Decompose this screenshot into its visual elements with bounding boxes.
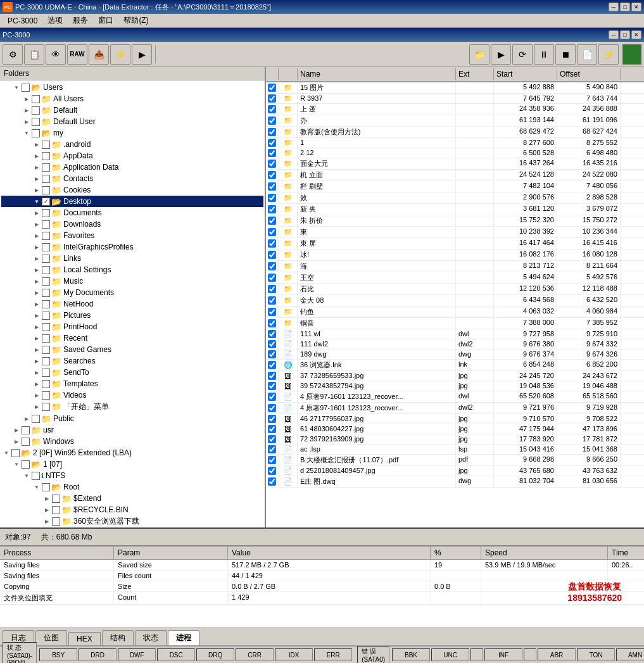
file-checkbox[interactable] [266,414,279,424]
toolbar-eye-btn[interactable]: 👁 [46,44,66,65]
tree-checkbox[interactable] [42,243,50,251]
file-row[interactable]: 📄4 原著97-1601 123123_recover...dwl65 520 … [266,391,644,403]
file-checkbox[interactable] [266,381,279,391]
tab-结构[interactable]: 结构 [102,630,134,645]
file-checkbox[interactable] [266,181,279,192]
file-row[interactable]: 📁办61 193 14461 191 096 [266,115,644,127]
toolbar-raw-btn[interactable]: RAW [67,44,87,65]
tree-expand-btn[interactable]: ▼ [32,196,42,206]
file-checkbox[interactable] [266,424,279,434]
tab-HEX[interactable]: HEX [68,632,101,645]
tree-expand-btn[interactable]: ▶ [42,517,52,527]
tree-expand-btn[interactable]: ▶ [42,505,52,515]
tree-item[interactable]: ▶📁Default User [1,116,263,127]
tree-checkbox[interactable] [22,84,30,92]
sub-title-buttons[interactable]: ─ □ ✕ [609,30,641,39]
tree-expand-btn[interactable]: ▶ [32,402,42,412]
tab-状态[interactable]: 状态 [135,630,167,645]
tree-checkbox[interactable] [42,175,50,183]
tree-checkbox[interactable] [42,220,50,229]
tree-checkbox[interactable] [32,106,40,115]
file-checkbox[interactable] [266,455,279,465]
tree-checkbox[interactable] [42,357,50,365]
toolbar-stop-btn[interactable]: ⏹ [555,44,576,65]
tree-item[interactable]: ▼📂Desktop [1,196,263,207]
tree-expand-btn[interactable]: ▼ [22,470,32,481]
tree-checkbox[interactable] [42,163,50,172]
tree-expand-btn[interactable]: ▼ [32,482,42,492]
minimize-button[interactable]: ─ [609,3,619,11]
tree-expand-btn[interactable]: ▶ [32,299,42,309]
file-checkbox[interactable] [266,204,279,215]
tree-checkbox[interactable] [32,118,40,126]
file-checkbox[interactable] [266,238,279,249]
tree-checkbox[interactable] [42,323,50,331]
tree-item[interactable]: ▶📁Public [1,413,263,424]
tree-expand-btn[interactable]: ▶ [32,174,42,184]
tree-expand-btn[interactable]: ▶ [32,276,42,286]
col-start[interactable]: Start [494,68,557,80]
tree-expand-btn[interactable]: ▶ [32,310,42,320]
tree-checkbox[interactable] [42,209,50,217]
menu-window[interactable]: 窗口 [93,14,118,27]
tree-checkbox[interactable] [42,380,50,388]
tree-expand-btn[interactable]: ▶ [22,94,32,104]
tree-checkbox[interactable] [52,495,60,503]
file-checkbox[interactable] [266,249,279,260]
tree-item[interactable]: ▶📁Searches [1,355,263,367]
tree-expand-btn[interactable]: ▶ [11,425,22,435]
tree-item[interactable]: ▶📁Pictures [1,310,263,321]
toolbar-doc-btn[interactable]: 📄 [577,44,597,65]
file-checkbox[interactable] [266,476,279,487]
file-row[interactable]: 📁東10 238 39210 236 344 [266,227,644,238]
file-checkbox[interactable] [266,127,279,137]
tree-item[interactable]: ▶📁PrintHood [1,321,263,332]
tree-expand-btn[interactable]: ▶ [32,390,42,400]
file-checkbox[interactable] [266,339,279,349]
file-row[interactable]: 📁新 夹3 681 1203 679 072 [266,204,644,215]
file-row[interactable]: 📁15 图片5 492 8885 490 840 [266,82,644,94]
tree-checkbox[interactable] [42,277,50,286]
tree-expand-btn[interactable]: ▶ [22,105,32,115]
tree-expand-btn[interactable]: ▶ [32,162,42,172]
tree-expand-btn[interactable]: ▶ [32,265,42,275]
tree-item[interactable]: ▶📁Saved Games [1,344,263,355]
toolbar-pause-btn[interactable]: ⏸ [534,44,554,65]
toolbar-copy-btn[interactable]: 📋 [24,44,44,65]
file-checkbox[interactable] [266,261,279,272]
tree-checkbox[interactable] [32,129,40,137]
tree-expand-btn[interactable]: ▶ [32,322,42,332]
file-row[interactable]: 📁18 277 6008 275 552 [266,138,644,148]
file-row[interactable]: 📁2 126 500 5286 498 480 [266,148,644,158]
file-checkbox[interactable] [266,391,279,402]
file-checkbox[interactable] [266,318,279,329]
file-row[interactable]: 📁R 39377 645 7927 643 744 [266,94,644,104]
toolbar-play-btn[interactable]: ▶ [132,44,152,65]
tree-item[interactable]: ▶📁Downloads [1,218,263,230]
file-checkbox[interactable] [266,94,279,103]
tree-item[interactable]: ▶📁All Users [1,93,263,104]
file-row[interactable]: 📁铜音7 388 0007 385 952 [266,318,644,329]
file-row[interactable]: 📁東 屏16 417 46416 415 416 [266,238,644,249]
tree-checkbox[interactable] [42,346,50,354]
file-checkbox[interactable] [266,403,279,414]
file-checkbox[interactable] [266,215,279,226]
tree-checkbox[interactable] [42,186,50,194]
title-bar-buttons[interactable]: ─ □ ✕ [609,3,641,11]
tree-item[interactable]: ▶📁Default [1,104,263,116]
tree-expand-btn[interactable]: ▶ [32,333,42,343]
tree-expand-btn[interactable]: ▶ [32,151,42,161]
tree-expand-btn[interactable]: ▶ [32,219,42,229]
file-checkbox[interactable] [266,371,279,381]
tree-item[interactable]: ▶📁Music [1,275,263,287]
tree-item[interactable]: ▶📁$RECYCLE.BIN [1,504,263,515]
tree-item[interactable]: ▶📁Videos [1,389,263,401]
menu-options[interactable]: 选项 [42,14,68,27]
file-row[interactable]: 📄111 wldwl9 727 9589 725 910 [266,329,644,339]
file-row[interactable]: 📄B 大楼概念汇报册（11.07）.pdfpdf9 668 2989 666 2… [266,455,644,466]
sub-maximize-button[interactable]: □ [620,30,630,39]
tree-item[interactable]: ▼📂my [1,127,263,139]
tree-item[interactable]: ▼📂1 [07] [1,458,263,470]
tree-checkbox[interactable] [42,334,50,343]
tree-expand-btn[interactable]: ▶ [11,436,22,446]
